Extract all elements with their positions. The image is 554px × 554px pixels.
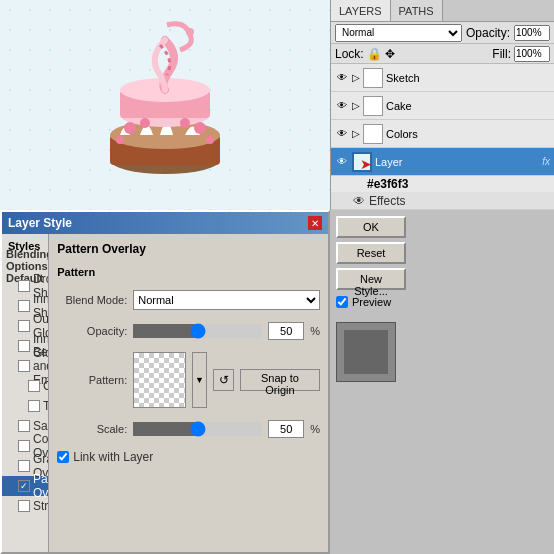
layer-item[interactable]: 👁 ▷ Cake [331,92,554,120]
layer-item-active[interactable]: 👁 ➤ Layer fx [331,148,554,176]
pattern-label: Pattern: [57,374,127,386]
style-item-pattern-overlay[interactable]: Pattern Overlay [2,476,48,496]
layer-thumbnail [363,96,383,116]
blend-mode-select[interactable]: Normal [335,24,462,42]
lock-label: Lock: [335,47,364,61]
layer-thumbnail [363,124,383,144]
eye-icon[interactable]: 👁 [335,71,349,85]
move-icon: ✥ [385,47,395,61]
artwork-panel [0,0,330,210]
tab-layers[interactable]: LAYERS [331,0,391,21]
checkbox-contour[interactable] [28,380,40,392]
snap-origin-button[interactable]: Snap to Origin [240,369,320,391]
effects-item: 👁 Effects [331,192,554,210]
svg-point-6 [124,122,136,134]
scale-value[interactable] [268,420,304,438]
opacity-label-style: Opacity: [57,325,127,337]
svg-point-7 [140,118,150,128]
pattern-thumbnail[interactable] [133,352,186,408]
tab-paths[interactable]: PATHS [391,0,443,21]
style-item-bevel-emboss[interactable]: Bevel and Emboss [2,356,48,376]
lock-icon: 🔒 [367,47,382,61]
opacity-row: Opacity: % [57,322,320,340]
eye-icon[interactable]: 👁 [335,99,349,113]
opacity-slider[interactable] [133,324,262,338]
checkbox-outer-glow[interactable] [18,320,30,332]
layers-list: 👁 ▷ Sketch 👁 ▷ Cake 👁 ▷ Colors 👁 [331,64,554,210]
layer-name: Sketch [386,72,550,84]
checkbox-pattern-overlay[interactable] [18,480,30,492]
checkbox-stroke[interactable] [18,500,30,512]
percent-sign: % [310,325,320,337]
folder-icon: ▷ [352,128,360,139]
layers-panel: LAYERS PATHS Normal Opacity: Lock: 🔒 ✥ F… [330,0,554,210]
checkbox-satin[interactable] [18,420,30,432]
link-layer-checkbox[interactable] [57,451,69,463]
opacity-value[interactable] [268,322,304,340]
close-button[interactable]: ✕ [308,216,322,230]
folder-icon: ▷ [352,72,360,83]
preview-box [336,322,396,382]
layer-thumbnail-active: ➤ [352,152,372,172]
scale-slider[interactable] [133,422,262,436]
action-buttons: OK Reset New Style... [336,216,406,290]
fx-badge: fx [542,156,550,167]
styles-list: Styles Blending Options: Default Drop Sh… [2,234,49,552]
opacity-input[interactable] [514,25,550,41]
style-item-stroke[interactable]: Stroke [2,496,48,516]
svg-point-9 [180,118,190,128]
checkbox-inner-glow[interactable] [18,340,30,352]
scale-label: Scale: [57,423,127,435]
checkbox-inner-shadow[interactable] [18,300,30,312]
scale-row: Scale: % [57,420,320,438]
checkbox-color-overlay[interactable] [18,440,30,452]
checkbox-bevel-emboss[interactable] [18,360,30,372]
checkbox-gradient-overlay[interactable] [18,460,30,472]
content-subtitle: Pattern [57,266,320,278]
reload-pattern-button[interactable]: ↺ [213,369,234,391]
eye-icon[interactable]: 👁 [335,127,349,141]
svg-point-10 [116,136,124,144]
preview-checkbox[interactable] [336,296,348,308]
layer-item[interactable]: 👁 ▷ Colors [331,120,554,148]
content-title: Pattern Overlay [57,242,320,256]
layer-name: Cake [386,100,550,112]
layer-thumbnail [363,68,383,88]
style-content-area: Pattern Overlay Pattern Blend Mode: Norm… [49,234,328,552]
scale-percent: % [310,423,320,435]
layer-name: Colors [386,128,550,140]
blend-mode-label: Blend Mode: [57,294,127,306]
pattern-area: Pattern: ▼ ↺ Snap to Origin [57,352,320,408]
checkbox-drop-shadow[interactable] [18,280,30,292]
checkbox-texture[interactable] [28,400,40,412]
new-style-button[interactable]: New Style... [336,268,406,290]
effects-eye[interactable]: 👁 [353,194,365,208]
hex-label: #e3f6f3 [331,176,554,192]
ok-button[interactable]: OK [336,216,406,238]
preview-label: Preview [352,296,391,308]
svg-point-12 [186,28,194,36]
preview-inner [344,330,388,374]
layer-item[interactable]: 👁 ▷ Sketch [331,64,554,92]
panel-titlebar: Layer Style ✕ [2,212,328,234]
style-item-texture[interactable]: Texture [2,396,48,416]
opacity-label: Opacity: [466,26,510,40]
link-layer-row: Link with Layer [57,450,320,464]
svg-point-11 [206,136,214,144]
folder-icon: ▷ [352,100,360,111]
eye-icon[interactable]: 👁 [335,155,349,169]
layer-name-active: Layer [375,156,539,168]
panel-title: Layer Style [8,216,72,230]
link-layer-label: Link with Layer [73,450,153,464]
reset-button[interactable]: Reset [336,242,406,264]
pattern-dropdown-button[interactable]: ▼ [192,352,207,408]
blend-mode-row: Blend Mode: Normal [57,290,320,310]
preview-section: Preview [336,296,548,308]
fill-label: Fill: [492,47,511,61]
layer-style-panel: Layer Style ✕ Styles Blending Options: D… [0,210,330,554]
blend-mode-dropdown[interactable]: Normal [133,290,320,310]
right-panel: OK Reset New Style... Preview [330,210,554,554]
svg-point-8 [194,122,206,134]
fill-input[interactable] [514,46,550,62]
